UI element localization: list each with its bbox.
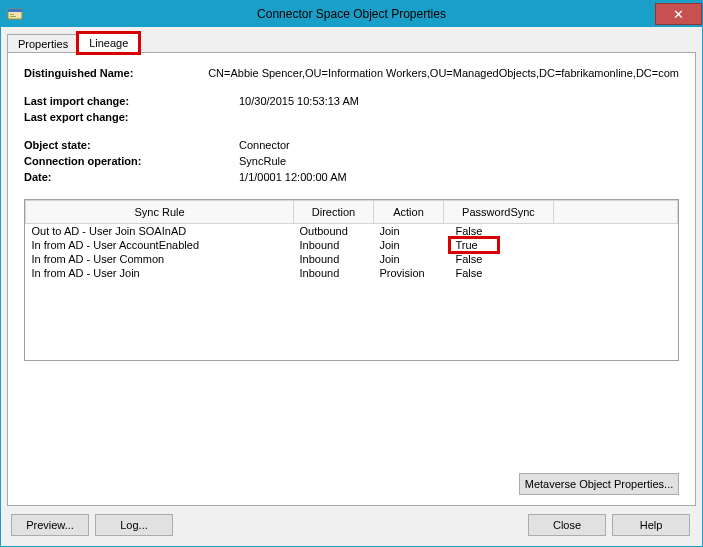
label-object-state: Object state: [24,137,239,153]
help-button[interactable]: Help [612,514,690,536]
cell-action: Join [374,252,444,266]
app-icon [7,6,23,22]
table-row[interactable]: Out to AD - User Join SOAInADOutboundJoi… [26,224,678,239]
value-object-state: Connector [239,137,679,153]
label-distinguished-name: Distinguished Name: [24,65,208,81]
label-date: Date: [24,169,239,185]
label-connection-operation: Connection operation: [24,153,239,169]
window-title: Connector Space Object Properties [1,7,702,21]
label-last-export: Last export change: [24,109,239,125]
close-icon: ✕ [673,7,684,22]
col-header-direction[interactable]: Direction [294,201,374,224]
cell-sync-rule: In from AD - User AccountEnabled [26,238,294,252]
metaverse-object-properties-button[interactable]: Metaverse Object Properties... [519,473,679,495]
tab-panel-lineage: Distinguished Name: CN=Abbie Spencer,OU=… [7,52,696,506]
cell-sync-rule: In from AD - User Join [26,266,294,280]
tab-properties[interactable]: Properties [7,34,79,54]
col-header-action[interactable]: Action [374,201,444,224]
table-row[interactable]: In from AD - User JoinInboundProvisionFa… [26,266,678,280]
cell-sync-rule: In from AD - User Common [26,252,294,266]
cell-direction: Outbound [294,224,374,239]
close-button[interactable]: Close [528,514,606,536]
dialog-footer: Preview... Log... Close Help [7,506,696,540]
col-header-sync-rule[interactable]: Sync Rule [26,201,294,224]
value-last-export [239,109,679,125]
cell-direction: Inbound [294,252,374,266]
svg-rect-2 [10,14,14,15]
sync-rules-table: Sync Rule Direction Action PasswordSync … [25,200,678,280]
value-last-import: 10/30/2015 10:53:13 AM [239,93,679,109]
col-header-passwordsync[interactable]: PasswordSync [444,201,554,224]
info-section: Distinguished Name: CN=Abbie Spencer,OU=… [24,65,679,185]
cell-action: Provision [374,266,444,280]
cell-action: Join [374,238,444,252]
panel-buttons: Metaverse Object Properties... [24,465,679,495]
sync-rules-list[interactable]: Sync Rule Direction Action PasswordSync … [24,199,679,361]
cell-passwordsync: False [444,224,554,239]
value-connection-operation: SyncRule [239,153,679,169]
svg-rect-3 [10,16,16,17]
cell-action: Join [374,224,444,239]
tab-strip: Properties Lineage [7,31,696,53]
preview-button[interactable]: Preview... [11,514,89,536]
dialog-window: Connector Space Object Properties ✕ Prop… [0,0,703,547]
cell-passwordsync: True [444,238,554,252]
col-header-filler [554,201,678,224]
cell-direction: Inbound [294,266,374,280]
value-date: 1/1/0001 12:00:00 AM [239,169,679,185]
titlebar[interactable]: Connector Space Object Properties ✕ [1,1,702,27]
cell-passwordsync: False [444,252,554,266]
cell-direction: Inbound [294,238,374,252]
cell-sync-rule: Out to AD - User Join SOAInAD [26,224,294,239]
label-last-import: Last import change: [24,93,239,109]
window-close-button[interactable]: ✕ [655,3,702,25]
cell-passwordsync: False [444,266,554,280]
table-row[interactable]: In from AD - User CommonInboundJoinFalse [26,252,678,266]
value-distinguished-name: CN=Abbie Spencer,OU=Information Workers,… [208,65,679,81]
svg-rect-1 [8,9,22,12]
table-row[interactable]: In from AD - User AccountEnabledInboundJ… [26,238,678,252]
tab-lineage[interactable]: Lineage [78,33,139,53]
log-button[interactable]: Log... [95,514,173,536]
client-area: Properties Lineage Distinguished Name: C… [1,27,702,546]
